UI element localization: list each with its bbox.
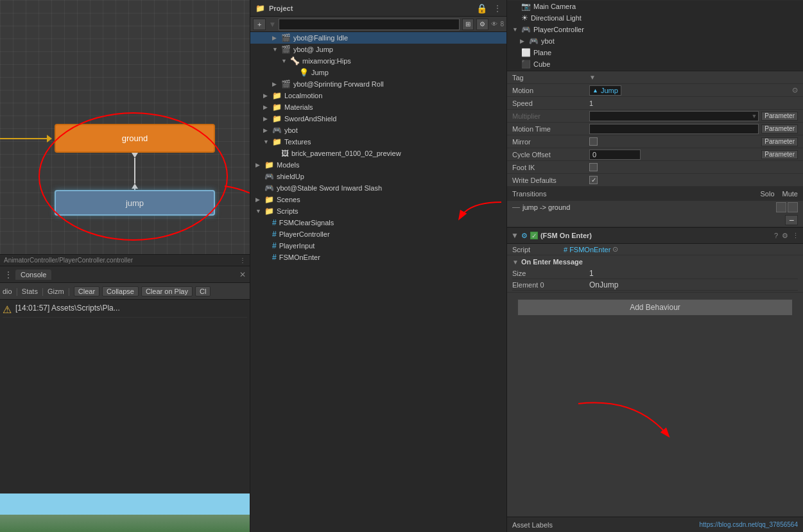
project-panel-title: Project	[269, 4, 293, 12]
fsm-menu-icon[interactable]: ⋮	[792, 232, 799, 240]
list-item[interactable]: ▶ 📁 Scenes	[250, 194, 506, 205]
list-item[interactable]: # PlayerController	[250, 228, 506, 240]
hierarchy-player-controller[interactable]: ▼ 🎮 PlayerController	[507, 24, 803, 35]
solo-label: Solo	[761, 190, 775, 198]
fsm-expand-icon[interactable]: ▼	[511, 231, 519, 240]
fsm-settings-icon[interactable]: ⚙	[521, 232, 528, 240]
list-item[interactable]: ▶ 📁 Materials	[250, 101, 506, 113]
hierarchy-cube[interactable]: ⬛ Cube	[507, 58, 803, 70]
item-icon: 📁	[264, 160, 274, 169]
tab-stats[interactable]: Stats	[22, 287, 38, 295]
item-icon: 🎮	[272, 126, 282, 135]
count-badge: 👁	[491, 21, 497, 28]
on-enter-expand[interactable]: ▼	[512, 259, 519, 266]
speed-label: Speed	[512, 99, 589, 107]
hierarchy-plane[interactable]: ⬜ Plane	[507, 47, 803, 58]
mirror-row: Mirror Parameter	[507, 135, 803, 148]
list-item[interactable]: ▶ 🎮 ybot	[250, 124, 506, 136]
item-label: mixamorig:Hips	[302, 57, 351, 65]
solo-checkbox[interactable]	[776, 202, 786, 212]
script-link-icon[interactable]: ⊙	[612, 245, 618, 253]
view-btn[interactable]: ⊞	[462, 19, 474, 30]
list-item[interactable]: 🖼 brick_pavement_0100_02_preview	[250, 148, 506, 159]
tree-arrow: ▼	[272, 46, 280, 53]
transition-row[interactable]: — jump -> ground	[507, 201, 803, 214]
tag-row: Tag ▼	[507, 71, 803, 84]
mirror-checkbox[interactable]	[589, 137, 598, 146]
motion-value-box[interactable]: ▲ Jump	[589, 85, 621, 96]
parameter-btn-motion-time[interactable]: Parameter	[761, 124, 798, 133]
list-item[interactable]: 🎮 shieldUp	[250, 171, 506, 182]
lock-icon[interactable]: 🔒	[476, 3, 487, 13]
options-icon[interactable]: ⋮	[494, 4, 501, 13]
annotation-arrow	[218, 180, 250, 244]
item-label: PlayerInput	[279, 242, 315, 250]
parameter-btn-mirror[interactable]: Parameter	[761, 137, 798, 146]
clear-on-play-button[interactable]: Clear on Play	[141, 286, 193, 296]
console-close[interactable]: ✕	[239, 270, 246, 279]
list-item[interactable]: # FSMClearSignals	[250, 217, 506, 228]
search-input[interactable]	[279, 19, 460, 30]
tab-audio[interactable]: dio	[3, 287, 12, 295]
script-value[interactable]: # FSMOnEnter ⊙	[564, 245, 618, 253]
collapse-button[interactable]: Collapse	[102, 286, 139, 296]
hierarchy-ybot[interactable]: ▶ 🎮 ybot	[507, 35, 803, 47]
item-label: Textures	[284, 138, 311, 146]
parameter-btn-multiplier[interactable]: Parameter	[761, 112, 798, 121]
list-item[interactable]: # PlayerInput	[250, 240, 506, 252]
tree-arrow: ▶	[263, 127, 271, 133]
item-icon: 🎮	[264, 172, 274, 181]
write-defaults-checkbox[interactable]: ✓	[589, 176, 598, 184]
list-item[interactable]: ▶ 📁 SwordAndShield	[250, 113, 506, 124]
motion-value-text: Jump	[601, 87, 618, 94]
foot-ik-checkbox[interactable]	[589, 163, 598, 171]
cl-button[interactable]: Cl	[195, 286, 211, 296]
console-tab[interactable]: Console	[15, 270, 51, 280]
add-button[interactable]: +	[253, 19, 266, 30]
plane-label: Plane	[533, 49, 551, 56]
tree-arrow: ▶	[263, 92, 271, 99]
filter-btn[interactable]: ⚙	[476, 19, 488, 30]
list-item[interactable]: ▼ 📁 Textures	[250, 136, 506, 148]
speed-row: Speed 1	[507, 97, 803, 110]
tree-arrow: ▶	[255, 196, 263, 203]
mute-checkbox[interactable]	[788, 202, 798, 212]
item-icon: 🎬	[281, 45, 291, 54]
state-node-ground[interactable]: ground	[55, 124, 215, 153]
cycle-offset-text: 0	[592, 151, 596, 159]
hierarchy-directional-light[interactable]: ☀ Directional Light	[507, 12, 803, 24]
parameter-btn-cycle[interactable]: Parameter	[761, 150, 798, 159]
list-item[interactable]: ▼ 🎬 ybot@ Jump	[250, 44, 506, 55]
list-item[interactable]: # FSMOnEnter	[250, 252, 506, 263]
tab-gizmo[interactable]: Gizm	[47, 287, 64, 295]
list-item[interactable]: ▶ 📁 Localmotion	[250, 90, 506, 101]
list-item[interactable]: ▼ 🦴 mixamorig:Hips	[250, 55, 506, 67]
tag-dropdown[interactable]: ▼	[589, 74, 596, 81]
console-message-text: [14:01:57] Assets\Scripts\Pla...	[15, 304, 120, 313]
clear-button[interactable]: Clear	[74, 286, 99, 296]
inspector-content: Tag ▼ Motion ▲ Jump ⊙ Speed	[507, 71, 803, 517]
list-item[interactable]: ▼ 📁 Scripts	[250, 205, 506, 217]
options-btn[interactable]: ⋮	[4, 270, 13, 280]
motion-time-label: Motion Time	[512, 125, 589, 133]
list-item[interactable]: 💡 Jump	[250, 67, 506, 78]
list-item[interactable]: ▶ 📁 Models	[250, 159, 506, 171]
element0-row: Element 0 OnJump	[512, 279, 798, 291]
script-file-icon: #	[564, 246, 567, 253]
options-icon[interactable]: ⋮	[239, 257, 246, 264]
motion-circle-icon[interactable]: ⊙	[792, 86, 798, 94]
fsm-settings2-icon[interactable]: ⚙	[782, 232, 788, 240]
list-item[interactable]: ▶ 🎬 ybot@Falling Idle	[250, 32, 506, 44]
item-icon: 🎮	[264, 184, 274, 193]
state-node-jump[interactable]: jump	[55, 190, 215, 216]
tree-arrow: ▶	[272, 35, 280, 41]
list-item[interactable]: 🎮 ybot@Stable Sword Inward Slash	[250, 182, 506, 194]
hierarchy-main-camera[interactable]: 📷 Main Camera	[507, 1, 803, 12]
add-behaviour-button[interactable]: Add Behaviour	[517, 299, 793, 316]
fsm-enabled-checkbox[interactable]: ✓	[530, 232, 538, 239]
remove-transition-btn[interactable]: −	[785, 215, 798, 225]
cycle-offset-row: Cycle Offset 0 Parameter	[507, 148, 803, 161]
fsm-help-icon[interactable]: ?	[774, 232, 778, 240]
list-item[interactable]: ▶ 🎬 ybot@Sprinting Forward Roll	[250, 78, 506, 90]
url-text[interactable]: https://blog.csdn.net/qq_37856564	[700, 521, 798, 528]
